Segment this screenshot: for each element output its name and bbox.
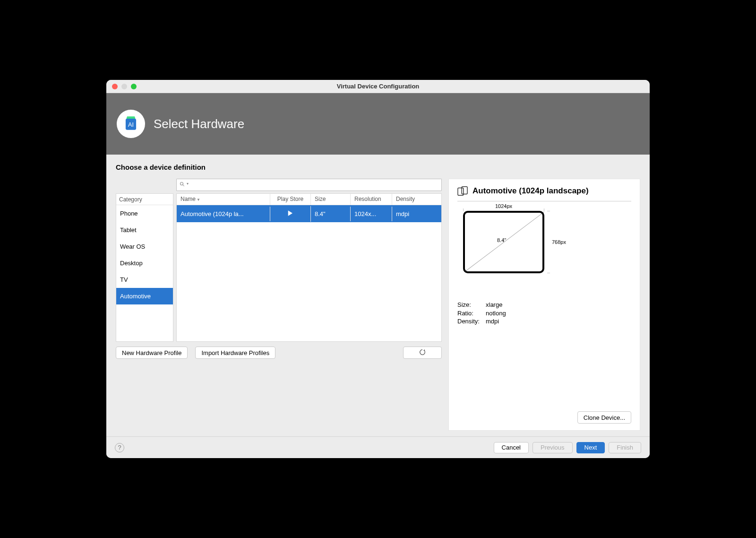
category-item-desktop[interactable]: Desktop (116, 255, 173, 271)
col-header-size[interactable]: Size (311, 194, 351, 205)
header-banner: AI Select Hardware (106, 93, 650, 155)
android-studio-icon: AI (117, 110, 145, 138)
spec-size-label: Size: (457, 301, 486, 309)
sort-indicator-icon: ▼ (197, 198, 200, 202)
preview-title: Automotive (1024p landscape) (472, 186, 589, 196)
diagonal-label: 8.4" (497, 237, 506, 243)
height-dimension-label: 768px (552, 211, 566, 273)
table-row[interactable]: Automotive (1024p la... 8.4" 1024x... md… (177, 205, 441, 222)
cell-resolution: 1024x... (351, 207, 392, 221)
cell-density: mdpi (392, 207, 441, 221)
clone-device-button[interactable]: Clone Device... (577, 411, 631, 424)
category-item-tablet[interactable]: Tablet (116, 222, 173, 238)
window-title: Virtual Device Configuration (106, 83, 650, 90)
svg-line-3 (183, 184, 184, 186)
cell-size: 8.4" (311, 207, 351, 221)
new-hardware-profile-button[interactable]: New Hardware Profile (116, 347, 188, 359)
import-hardware-profiles-button[interactable]: Import Hardware Profiles (195, 347, 275, 359)
next-button[interactable]: Next (576, 442, 605, 453)
device-diagram: 1024px 8.4" 768px (463, 211, 567, 296)
category-item-tv[interactable]: TV (116, 271, 173, 288)
refresh-button[interactable] (403, 347, 442, 359)
page-title: Select Hardware (154, 117, 244, 131)
cancel-button[interactable]: Cancel (494, 442, 529, 453)
search-icon: ▾ (180, 182, 189, 189)
table-header: Name▼ Play Store Size Resolution Density (177, 194, 441, 205)
content-area: Choose a device definition ▾ Category Ph… (106, 155, 650, 436)
spec-size-value: xlarge (486, 301, 502, 308)
titlebar: Virtual Device Configuration (106, 80, 650, 93)
refresh-icon (419, 348, 426, 357)
col-header-name[interactable]: Name▼ (177, 194, 270, 205)
dialog-window: Virtual Device Configuration AI Select H… (106, 80, 650, 458)
subtitle: Choose a device definition (116, 163, 640, 171)
cell-name: Automotive (1024p la... (177, 207, 270, 221)
preview-panel: Automotive (1024p landscape) 1024px 8.4"… (448, 179, 640, 431)
spec-ratio-value: notlong (486, 310, 506, 317)
cell-playstore (270, 206, 311, 222)
previous-button[interactable]: Previous (533, 442, 573, 453)
search-field[interactable] (190, 182, 441, 188)
spec-density-label: Density: (457, 317, 486, 326)
search-input[interactable]: ▾ (176, 179, 442, 191)
device-table: Name▼ Play Store Size Resolution Density… (176, 193, 442, 342)
category-list: Category Phone Tablet Wear OS Desktop TV… (116, 193, 173, 342)
finish-button[interactable]: Finish (609, 442, 641, 453)
device-icon (457, 186, 468, 196)
svg-point-2 (180, 182, 183, 185)
dialog-footer: ? Cancel Previous Next Finish (106, 436, 650, 458)
col-header-density[interactable]: Density (392, 194, 441, 205)
category-item-wearos[interactable]: Wear OS (116, 238, 173, 255)
spec-ratio-label: Ratio: (457, 309, 486, 318)
category-item-automotive[interactable]: Automotive (116, 288, 173, 304)
play-store-icon (287, 210, 294, 218)
col-header-play[interactable]: Play Store (270, 194, 311, 205)
spec-density-value: mdpi (486, 318, 499, 325)
category-header: Category (116, 194, 173, 205)
svg-text:AI: AI (128, 121, 134, 128)
category-item-phone[interactable]: Phone (116, 205, 173, 222)
col-header-resolution[interactable]: Resolution (351, 194, 392, 205)
help-button[interactable]: ? (115, 443, 124, 452)
height-dimension-bracket (547, 211, 550, 273)
device-specs: Size:xlarge Ratio:notlong Density:mdpi (457, 301, 631, 326)
